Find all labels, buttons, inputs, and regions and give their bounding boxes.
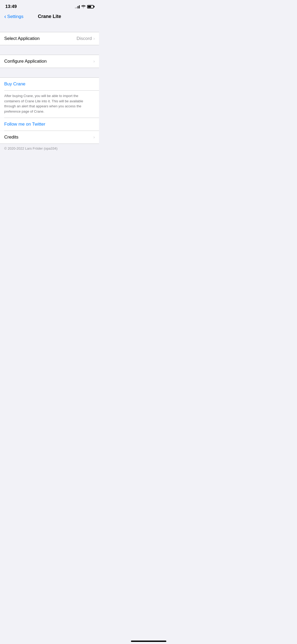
credits-right: › (93, 135, 95, 140)
footer-copyright: © 2020-2022 Lars Fröder (opa334) (0, 144, 99, 153)
select-application-value-text: Discord (77, 36, 92, 41)
credits-row[interactable]: Credits › (0, 131, 99, 144)
configure-application-label: Configure Application (4, 59, 47, 64)
status-time: 13:49 (5, 4, 17, 9)
battery-icon (87, 5, 94, 8)
chevron-right-icon: › (93, 36, 95, 41)
follow-twitter-row[interactable]: Follow me on Twitter (0, 118, 99, 131)
buy-crane-row[interactable]: Buy Crane (0, 78, 99, 90)
select-application-label: Select Application (4, 36, 40, 41)
page-title: Crane Lite (38, 14, 61, 19)
credits-label: Credits (4, 135, 18, 140)
configure-chevron-icon: › (93, 59, 95, 64)
section-separator-2 (0, 45, 99, 55)
configure-application-right: › (93, 59, 95, 64)
buy-crane-description: After buying Crane, you will be able to … (0, 91, 99, 118)
back-button[interactable]: ‹ Settings (4, 14, 23, 20)
section-separator-3 (0, 68, 99, 77)
buy-crane-label: Buy Crane (4, 81, 25, 87)
credits-chevron-icon: › (93, 135, 95, 140)
follow-twitter-label: Follow me on Twitter (4, 122, 45, 127)
status-bar: 13:49 (0, 0, 99, 12)
configure-application-row[interactable]: Configure Application › (0, 55, 99, 68)
signal-icon (75, 5, 80, 8)
status-icons (75, 4, 94, 9)
back-label: Settings (7, 14, 23, 19)
select-application-row[interactable]: Select Application Discord › (0, 32, 99, 45)
select-application-value: Discord › (77, 36, 95, 41)
section-separator-1 (0, 22, 99, 32)
nav-bar: ‹ Settings Crane Lite (0, 12, 99, 22)
back-chevron-icon: ‹ (4, 14, 6, 20)
wifi-icon (81, 4, 86, 9)
buy-crane-group: Buy Crane After buying Crane, you will b… (0, 78, 99, 118)
